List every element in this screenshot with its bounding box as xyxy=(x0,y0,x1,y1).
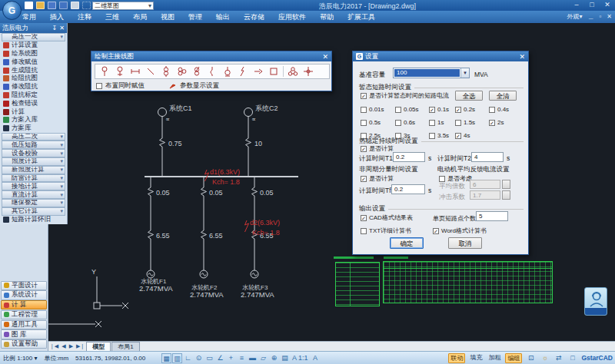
palette-group-0[interactable]: 高压一次▾ xyxy=(2,33,65,41)
time-checkbox-5[interactable]: 0.5s xyxy=(361,116,395,129)
menu-item-10[interactable]: 帮助 xyxy=(313,11,341,24)
osnap-icon[interactable]: ▭ xyxy=(204,353,214,363)
save-icon[interactable] xyxy=(48,2,56,9)
workspace-combo[interactable]: 二维草图 ▾ xyxy=(92,2,154,10)
switch-window-icon[interactable]: ⇄ xyxy=(554,353,563,363)
symbol-breaker-icon[interactable] xyxy=(204,65,220,78)
lineweight-icon[interactable]: ▬ xyxy=(248,353,258,363)
tab-model[interactable]: 模型 xyxy=(86,342,111,351)
nav-button-3[interactable]: 工程管理 xyxy=(1,310,47,319)
palette-item-8[interactable]: 检查错误 xyxy=(0,99,67,108)
palette-group-15[interactable]: 照度计算▾ xyxy=(2,157,65,166)
maximize-button[interactable]: □ xyxy=(587,1,597,8)
menu-item-7[interactable]: 输出 xyxy=(209,11,237,24)
annotation-scale[interactable]: A 1:1 xyxy=(291,353,310,363)
menu-item-2[interactable]: 注释 xyxy=(71,11,98,24)
nav-button-4[interactable]: 通用工具 xyxy=(1,320,47,329)
menu-item-6[interactable]: 管理 xyxy=(181,11,209,24)
time-checkbox-3[interactable]: 0.2s xyxy=(455,103,489,116)
assign-while-place-checkbox[interactable] xyxy=(96,83,102,89)
last-tab-icon[interactable]: ▶❘ xyxy=(75,343,86,349)
nav-button-2[interactable]: 计 算 xyxy=(1,300,47,309)
magnifier-icon[interactable]: ⊕ xyxy=(269,353,279,363)
otrack-icon[interactable]: ∠ xyxy=(215,353,225,363)
status-toggle-2[interactable]: 加粗 xyxy=(487,353,502,363)
palette-group-20[interactable]: 继保整定▾ xyxy=(2,199,65,207)
time-checkbox-0[interactable]: 0.01s xyxy=(361,103,395,116)
palette-item-4[interactable]: 生成阻抗 xyxy=(0,66,67,74)
select-cycling-icon[interactable]: ▱ xyxy=(258,353,268,363)
tab-layout1[interactable]: 布局1 xyxy=(111,342,139,351)
plot-preview-icon[interactable]: ▤ xyxy=(280,353,290,363)
support-badge[interactable] xyxy=(584,287,607,316)
menu-item-5[interactable]: 视图 xyxy=(154,11,181,24)
symbol-transformer-tap-icon[interactable] xyxy=(189,65,204,78)
ok-button[interactable]: 确定 xyxy=(390,237,424,249)
nav-button-6[interactable]: 设置帮助 xyxy=(1,339,47,349)
close-icon[interactable]: ✕ xyxy=(519,53,525,61)
ribbon-close-icon[interactable]: ✕ xyxy=(607,13,612,20)
prev-tab-icon[interactable]: ◀ xyxy=(60,343,67,349)
palette-group-17[interactable]: 防雷计算▾ xyxy=(2,174,65,183)
cad-output-checkbox[interactable]: CAD格式结果表 xyxy=(361,213,413,222)
pin-icon[interactable]: ↧ xyxy=(52,25,58,31)
palette-item-5[interactable]: 绘阻抗图 xyxy=(0,74,67,83)
layer-icon[interactable]: ≡ xyxy=(237,353,247,363)
open-file-icon[interactable] xyxy=(36,2,45,9)
param-display-label[interactable]: 参数显示设置 xyxy=(180,81,219,91)
palette-item-11[interactable]: 方案库 xyxy=(0,124,67,133)
t1-field[interactable]: 0.2 xyxy=(393,152,425,162)
ribbon-restore-icon[interactable]: ▫ xyxy=(599,13,601,20)
menu-item-1[interactable]: 插入 xyxy=(43,11,71,24)
palette-item-1[interactable]: 计算设置 xyxy=(0,41,67,50)
palette-group-16[interactable]: 新照度计算▾ xyxy=(2,166,65,174)
close-button[interactable]: ✕ xyxy=(602,1,613,8)
palette-group-14[interactable]: 设备校验▾ xyxy=(2,149,65,157)
app-logo-icon[interactable]: G xyxy=(2,1,22,20)
palette-item-6[interactable]: 修改阻抗 xyxy=(0,83,67,91)
minimize-button[interactable]: – xyxy=(571,1,582,8)
palette-item-9[interactable]: 计算 xyxy=(0,108,67,116)
palette-item-3[interactable]: 修改赋值 xyxy=(0,58,67,66)
palette-group-19[interactable]: 直流计算▾ xyxy=(2,190,65,199)
status-toggle-1[interactable]: 填充 xyxy=(468,353,484,363)
palette-item-7[interactable]: 阻抗标定 xyxy=(0,91,67,100)
close-icon[interactable]: ✕ xyxy=(322,53,328,61)
scale-dropdown[interactable]: 比例 1:100 ▾ xyxy=(3,354,38,362)
appearance-menu[interactable]: 外观▾ xyxy=(567,12,582,21)
palette-item-2[interactable]: 绘系统图 xyxy=(0,50,67,58)
drawing-dialog-titlebar[interactable]: 绘制主接线图 ✕ xyxy=(91,51,331,61)
status-toggle-0[interactable]: 联动 xyxy=(448,353,465,363)
tf-field[interactable]: 0.2 xyxy=(391,184,425,194)
palette-group-18[interactable]: 接地计算▾ xyxy=(2,182,65,190)
time-checkbox-6[interactable]: 0.6s xyxy=(395,116,429,129)
settings-dialog-titlebar[interactable]: G 设置 ✕ xyxy=(353,51,528,61)
clean-screen-icon[interactable]: □ xyxy=(567,353,577,363)
symbol-fault-icon[interactable] xyxy=(235,65,251,78)
nav-button-1[interactable]: 系统设计 xyxy=(1,290,47,299)
palette-item-10[interactable]: 方案入库 xyxy=(0,116,67,124)
time-checkbox-4[interactable]: 0.4s xyxy=(489,103,522,116)
nav-button-0[interactable]: 平面设计 xyxy=(1,281,47,290)
menu-item-3[interactable]: 三维 xyxy=(98,11,126,24)
aperiodic-calc-checkbox[interactable]: 是否计算 xyxy=(361,174,394,183)
symbol-transformer2-icon[interactable] xyxy=(158,65,174,78)
snap-icon[interactable]: ▦ xyxy=(161,353,171,363)
lock-ui-icon[interactable]: ⊡ xyxy=(526,353,536,363)
symbol-node-icon[interactable] xyxy=(301,65,316,78)
symbol-box-icon[interactable] xyxy=(266,65,281,78)
symbol-reactor-icon[interactable] xyxy=(128,65,143,78)
symbol-line-icon[interactable] xyxy=(143,65,158,78)
new-file-icon[interactable] xyxy=(25,2,33,9)
grid-icon[interactable]: ▥ xyxy=(172,353,182,363)
isolate-bulb-icon[interactable]: ☼ xyxy=(540,353,550,363)
symbol-motor-icon[interactable] xyxy=(220,65,235,78)
menu-item-9[interactable]: 应用软件 xyxy=(271,11,313,24)
thermal-calc-checkbox[interactable]: 是否计算 xyxy=(361,144,394,153)
symbol-source-icon[interactable] xyxy=(97,65,112,78)
annotation-icon[interactable]: A xyxy=(311,353,321,363)
polar-icon[interactable]: ⊙ xyxy=(194,353,204,363)
clear-all-button[interactable]: 全清 xyxy=(489,91,517,101)
symbol-transformer3-icon[interactable] xyxy=(174,65,189,78)
palette-header[interactable]: 浩辰电力 ↧ ✕ xyxy=(0,23,67,33)
